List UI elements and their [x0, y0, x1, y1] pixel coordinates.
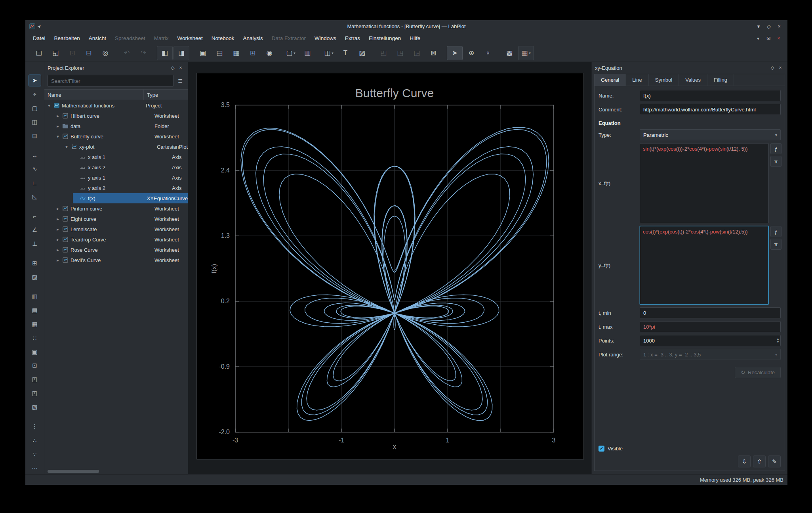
insert-constant-button[interactable]: π [770, 156, 782, 167]
box-tool-button[interactable]: ▣ [29, 346, 41, 358]
menu-extras[interactable]: Extras [341, 33, 364, 44]
pointer-mode-button[interactable]: ➤ [447, 46, 463, 60]
donate-icon[interactable]: ✉ [764, 34, 772, 42]
edit-template-button[interactable]: ✎ [768, 456, 781, 467]
tree-row-f-x[interactable]: f(x)XYEquationCurve [44, 193, 188, 203]
tree-row-lemniscate[interactable]: ▸LemniscateWorksheet [44, 224, 188, 234]
menu-worksheet[interactable]: Worksheet [173, 33, 207, 44]
zoom-y-tool-button[interactable]: ⊟ [29, 130, 41, 142]
comment-field[interactable] [640, 104, 781, 115]
expander-icon[interactable]: ▸ [55, 258, 60, 263]
minimize-icon[interactable]: ▾ [754, 22, 763, 31]
shift-curve-tool-button[interactable]: ↔ [29, 149, 41, 161]
menu-analysis[interactable]: Analysis [239, 33, 267, 44]
insert-constant-button[interactable]: π [770, 239, 782, 250]
spinbox-arrows[interactable]: ▴▾ [777, 336, 779, 345]
expander-icon[interactable]: ▾ [47, 103, 51, 108]
type-combobox[interactable]: Parametric ▾ [640, 129, 781, 140]
insert-function-button[interactable]: ƒ [770, 226, 782, 237]
tree-row-y-axis-2[interactable]: y axis 2Axis [44, 183, 188, 193]
tree-row-teardrop-curve[interactable]: ▸Teardrop CurveWorksheet [44, 234, 188, 245]
tab-symbol[interactable]: Symbol [649, 74, 679, 86]
column-header-name[interactable]: Name [44, 90, 144, 100]
layout-h-tool-button[interactable]: ▤ [29, 304, 41, 316]
close-dock-icon[interactable]: × [776, 64, 784, 72]
workbook-view-button[interactable]: ◧ [157, 46, 173, 60]
menu-datei[interactable]: Datei [29, 33, 50, 44]
import-data-button[interactable]: ⊞ [245, 46, 261, 60]
tree-row-x-axis-1[interactable]: x axis 1Axis [44, 152, 188, 162]
tree-row-butterfly-curve[interactable]: ▾Butterfly curveWorksheet [44, 131, 188, 142]
new-worksheet-button[interactable]: ▢▾ [283, 46, 299, 60]
menu-notebook[interactable]: Notebook [207, 33, 239, 44]
expander-icon[interactable]: ▸ [55, 206, 60, 211]
tmin-field[interactable] [640, 307, 781, 318]
close-document-icon[interactable]: × [775, 34, 783, 42]
tree-row-eight-curve[interactable]: ▸Eight curveWorksheet [44, 214, 188, 224]
worksheet-page[interactable]: 3.52.41.30.2-0.9-2.0-3-113Butterfly Curv… [196, 73, 584, 459]
tree-row-piriform-curve[interactable]: ▸Piriform curveWorksheet [44, 203, 188, 214]
new-project-button[interactable]: ▢ [31, 46, 47, 60]
more-tools-1-button[interactable]: ⋮ [29, 421, 41, 433]
more-tools-3-button[interactable]: ∵ [29, 448, 41, 460]
filter-options-icon[interactable]: ☰ [176, 77, 185, 85]
expander-icon[interactable]: ▸ [55, 227, 60, 232]
break-layout-button[interactable]: ⊠ [425, 46, 441, 60]
tmax-field[interactable] [640, 321, 781, 332]
x-equation-field[interactable]: sin(t)*(exp(cos(t))-2*cos(4*t)-pow(sin(t… [640, 143, 769, 223]
add-grid-tool-button[interactable]: ⊞ [29, 257, 41, 269]
maximize-icon[interactable]: ◇ [764, 22, 773, 31]
frame-tool-button[interactable]: ◰ [29, 387, 41, 399]
load-template-button[interactable]: ⇩ [738, 456, 751, 467]
y-equation-field[interactable]: cos(t)*(exp(cos(t))-2*cos(4*t)-pow(sin(t… [640, 226, 769, 304]
float-dock-icon[interactable]: ◇ [169, 64, 177, 72]
perpendicular-tool-button[interactable]: ⊥ [29, 238, 41, 250]
tree-row-rose-curve[interactable]: ▸Rose CurveWorksheet [44, 245, 188, 255]
search-input[interactable] [48, 75, 173, 87]
add-image-tool-button[interactable]: ▨ [29, 271, 41, 283]
tab-values[interactable]: Values [679, 74, 707, 86]
close-icon[interactable]: × [775, 22, 783, 31]
zoom-mode-button[interactable]: ◫▾ [321, 46, 337, 60]
titlebar[interactable]: Mathematical functions - [Butterfly curv… [25, 20, 787, 33]
expander-icon[interactable]: ▸ [55, 237, 60, 242]
crosshair-mode-button[interactable]: ⊕ [463, 46, 479, 60]
pin-icon[interactable]: ➤ [36, 23, 43, 30]
zoom-select-tool-button[interactable]: ▢ [29, 102, 41, 114]
menu-windows[interactable]: Windows [310, 33, 341, 44]
print-button[interactable]: ⊟ [81, 46, 97, 60]
expander-icon[interactable]: ▸ [55, 113, 60, 119]
points-spinbox[interactable] [640, 335, 781, 346]
expander-icon[interactable]: ▸ [55, 216, 60, 222]
zoom-fit-button[interactable]: ⌖ [480, 46, 496, 60]
save-template-button[interactable]: ⇧ [753, 456, 766, 467]
layout-v-tool-button[interactable]: ▥ [29, 291, 41, 302]
menu-einstellungen[interactable]: Einstellungen [364, 33, 405, 44]
split-view-button[interactable]: ◨ [173, 46, 189, 60]
tree-row-xy-plot[interactable]: ▾xy-plotCartesianPlot [44, 142, 188, 152]
scrollbar-thumb[interactable] [48, 470, 99, 473]
insert-function-button[interactable]: ƒ [770, 143, 782, 154]
tree-row-y-axis-1[interactable]: y axis 1Axis [44, 172, 188, 183]
new-notebook-button[interactable]: ▥ [299, 46, 315, 60]
add-image-button[interactable]: ▨ [354, 46, 370, 60]
add-legend-tool-button[interactable]: ◺ [29, 191, 41, 203]
select-tool-button[interactable]: ➤ [29, 75, 41, 86]
tree-row-hilbert-curve[interactable]: ▸Hilbert curveWorksheet [44, 111, 188, 121]
add-text-label-button[interactable]: T [337, 46, 353, 60]
tab-general[interactable]: General [595, 74, 626, 86]
add-axis-tool-button[interactable]: ∟ [29, 177, 41, 189]
layout-grid-tool-button[interactable]: ▦ [29, 318, 41, 330]
pattern-tool-button[interactable]: ▧ [29, 401, 41, 413]
expander-icon[interactable]: ▾ [55, 134, 60, 139]
expander-icon[interactable]: ▸ [55, 124, 60, 129]
tab-filling[interactable]: Filling [707, 74, 734, 86]
tree-row-x-axis-2[interactable]: x axis 2Axis [44, 162, 188, 172]
snap-grid-tool-button[interactable]: ∷ [29, 332, 41, 344]
menu-ansicht[interactable]: Ansicht [84, 33, 111, 44]
color-theme-button[interactable]: ◉ [261, 46, 277, 60]
corner-axis-tool-button[interactable]: ⌐ [29, 210, 41, 222]
crosshair-tool-button[interactable]: ⌖ [29, 88, 41, 100]
tree-row-devil-s-curve[interactable]: ▸Devil's CurveWorksheet [44, 255, 188, 265]
spin-down-icon[interactable]: ▾ [777, 341, 779, 344]
